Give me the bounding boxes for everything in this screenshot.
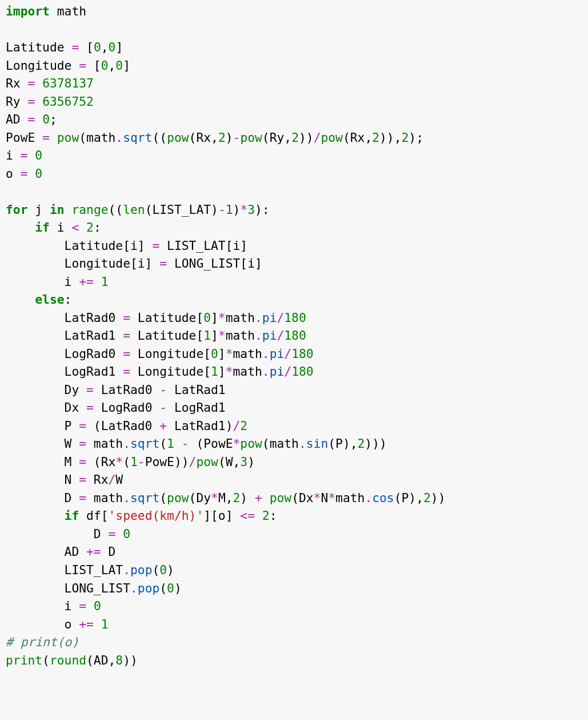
code-line: M = (Rx*(1-PowE))/pow(W,3)	[6, 455, 255, 469]
code-line: AD = 0;	[6, 112, 57, 126]
code-line: o += 1	[6, 617, 109, 631]
code-line: D = 0	[6, 527, 130, 541]
code-line: AD += D	[6, 544, 115, 559]
code-line: Dy = LatRad0 - LatRad1	[6, 383, 226, 397]
code-line: if df['speed(km/h)'][o] <= 2:	[6, 508, 277, 523]
code-line: Latitude[i] = LIST_LAT[i]	[6, 238, 247, 253]
code-line: Latitude = [0,0]	[6, 40, 123, 54]
code-line: # print(o)	[6, 635, 79, 649]
code-line: i = 0	[6, 599, 101, 613]
code-line: else:	[6, 292, 71, 307]
code-line: Rx = 6378137	[6, 76, 94, 90]
code-line: LIST_LAT.pop(0)	[6, 563, 174, 577]
code-line: if i < 2:	[6, 220, 101, 234]
code-line: o = 0	[6, 166, 42, 181]
code-line: W = math.sqrt(1 - (PowE*pow(math.sin(P),…	[6, 436, 387, 451]
code-line: D = math.sqrt(pow(Dy*M,2) + pow(Dx*N*mat…	[6, 491, 445, 505]
code-line: N = Rx/W	[6, 472, 123, 487]
code-line: PowE = pow(math.sqrt((pow(Rx,2)-pow(Ry,2…	[6, 130, 423, 145]
code-line: Dx = LogRad0 - LogRad1	[6, 400, 226, 415]
code-line: LatRad0 = Latitude[0]*math.pi/180	[6, 311, 306, 325]
code-line: Ry = 6356752	[6, 94, 94, 109]
code-line: i += 1	[6, 275, 109, 289]
code-line: for j in range((len(LIST_LAT)-1)*3):	[6, 202, 270, 217]
python-code-block: import math Latitude = [0,0] Longitude =…	[0, 0, 588, 675]
code-line: import math	[6, 4, 86, 18]
code-line: print(round(AD,8))	[6, 653, 138, 667]
code-line: i = 0	[6, 148, 42, 162]
code-line: LogRad1 = Longitude[1]*math.pi/180	[6, 364, 314, 379]
code-line: LatRad1 = Latitude[1]*math.pi/180	[6, 328, 306, 343]
code-line: Longitude[i] = LONG_LIST[i]	[6, 256, 262, 271]
code-line: P = (LatRad0 + LatRad1)/2	[6, 419, 247, 433]
code-line: LogRad0 = Longitude[0]*math.pi/180	[6, 347, 314, 361]
code-line: Longitude = [0,0]	[6, 58, 130, 73]
code-line: LONG_LIST.pop(0)	[6, 581, 182, 595]
